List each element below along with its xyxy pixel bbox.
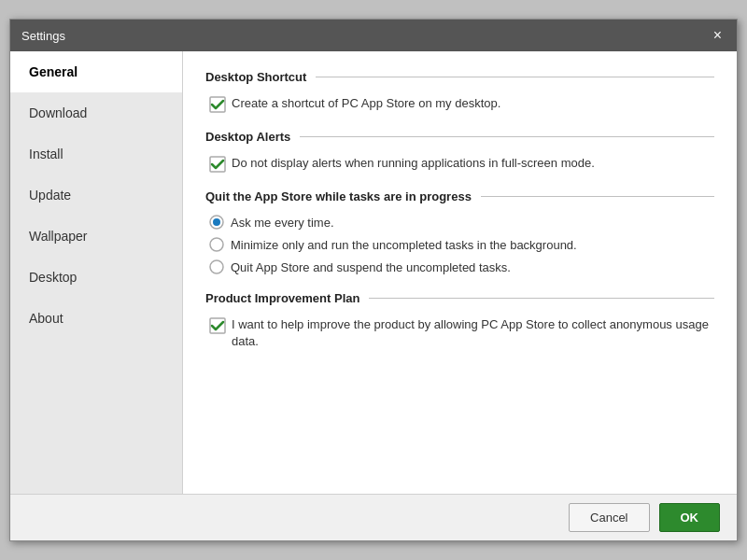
ok-button[interactable]: OK — [659, 503, 721, 532]
section-divider-quit — [481, 196, 714, 197]
section-desktop-alerts: Desktop Alerts Do not display alerts whe… — [205, 130, 714, 173]
radio-quit-icon[interactable] — [209, 259, 224, 274]
checkbox-row-alerts: Do not display alerts when running appli… — [209, 155, 714, 173]
radio-row-minimize: Minimize only and run the uncompleted ta… — [209, 237, 714, 252]
sidebar-item-desktop[interactable]: Desktop — [10, 257, 182, 298]
sidebar: General Download Install Update Wallpape… — [10, 51, 183, 494]
radio-quit-label: Quit App Store and suspend the uncomplet… — [231, 260, 511, 274]
section-divider — [316, 77, 714, 77]
dialog-title: Settings — [21, 29, 65, 43]
section-product-improvement: Product Improvement Plan I want to help … — [205, 291, 714, 350]
cancel-button[interactable]: Cancel — [569, 503, 649, 532]
checkbox-improvement-label: I want to help improve the product by al… — [232, 316, 714, 350]
settings-dialog: Settings × General Download Install Upda… — [9, 19, 738, 541]
dialog-body: General Download Install Update Wallpape… — [10, 51, 737, 494]
footer: Cancel OK — [10, 494, 737, 540]
sidebar-item-update[interactable]: Update — [10, 175, 182, 216]
sidebar-item-wallpaper[interactable]: Wallpaper — [10, 216, 182, 257]
section-title-quit: Quit the App Store while tasks are in pr… — [205, 189, 472, 203]
section-quit-app-store: Quit the App Store while tasks are in pr… — [205, 189, 714, 274]
section-title-desktop-alerts: Desktop Alerts — [205, 130, 290, 144]
sidebar-item-install[interactable]: Install — [10, 133, 182, 175]
titlebar: Settings × — [10, 20, 737, 51]
radio-ask-label: Ask me every time. — [231, 216, 334, 230]
radio-ask-icon[interactable] — [209, 215, 224, 230]
section-divider-improvement — [369, 298, 714, 299]
sidebar-item-about[interactable]: About — [10, 298, 182, 339]
section-title-improvement: Product Improvement Plan — [205, 291, 359, 305]
section-title-desktop-shortcut: Desktop Shortcut — [205, 70, 306, 84]
checkbox-row-shortcut: Create a shortcut of PC App Store on my … — [209, 95, 714, 113]
svg-point-3 — [213, 218, 220, 226]
checkbox-row-improvement: I want to help improve the product by al… — [209, 316, 714, 350]
close-button[interactable]: × — [710, 26, 726, 45]
radio-minimize-label: Minimize only and run the uncompleted ta… — [231, 238, 577, 252]
section-header-improvement: Product Improvement Plan — [205, 291, 714, 305]
checkbox-improvement-icon[interactable] — [209, 317, 226, 334]
section-header-quit: Quit the App Store while tasks are in pr… — [205, 189, 714, 203]
checkbox-alerts-label: Do not display alerts when running appli… — [232, 155, 595, 172]
svg-point-5 — [210, 260, 223, 273]
sidebar-item-download[interactable]: Download — [10, 92, 182, 133]
sidebar-item-general[interactable]: General — [10, 51, 182, 92]
section-divider-alerts — [300, 136, 714, 137]
section-header-desktop-alerts: Desktop Alerts — [205, 130, 714, 144]
svg-point-4 — [210, 238, 223, 251]
radio-group-quit: Ask me every time. Minimize only and run… — [209, 215, 714, 274]
section-header-desktop-shortcut: Desktop Shortcut — [205, 70, 714, 84]
radio-row-quit: Quit App Store and suspend the uncomplet… — [209, 259, 714, 274]
checkbox-shortcut-label: Create a shortcut of PC App Store on my … — [232, 95, 500, 112]
section-desktop-shortcut: Desktop Shortcut Create a shortcut of PC… — [205, 70, 714, 113]
checkbox-shortcut-icon[interactable] — [209, 96, 226, 113]
main-content: Desktop Shortcut Create a shortcut of PC… — [183, 51, 737, 494]
checkbox-alerts-icon[interactable] — [209, 156, 226, 173]
radio-minimize-icon[interactable] — [209, 237, 224, 252]
radio-row-ask: Ask me every time. — [209, 215, 714, 230]
